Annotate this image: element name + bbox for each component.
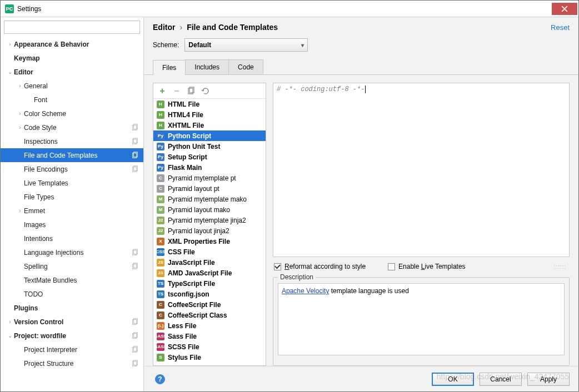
tree-item-emmet[interactable]: ›Emmet [1,204,143,218]
template-item[interactable]: CCoffeeScript Class [153,310,266,320]
template-item[interactable]: PyPython Script [153,130,266,141]
close-button[interactable] [552,3,577,15]
chevron-right-icon[interactable]: › [16,110,24,117]
ok-button[interactable]: OK [432,373,474,386]
tree-item-todo[interactable]: TODO [1,287,143,301]
tab-includes[interactable]: Includes [185,59,229,74]
tree-item-intentions[interactable]: Intentions [1,232,143,245]
template-item[interactable]: JSAMD JavaScript File [153,268,266,278]
tree-item-spelling[interactable]: Spelling [1,259,143,273]
chevron-right-icon[interactable]: › [6,41,14,47]
template-item[interactable]: HHTML File [153,99,266,109]
tree-item-label: Editor [14,68,139,76]
live-templates-checkbox[interactable]: Enable Live Templates [388,263,466,270]
chevron-right-icon[interactable]: › [16,124,24,130]
template-item[interactable]: SASSSass File [153,331,266,341]
template-item[interactable]: PyFlask Main [153,162,266,173]
tree-item-project-structure[interactable]: Project Structure [1,356,143,370]
tree-item-file-encodings[interactable]: File Encodings [1,162,143,176]
chevron-right-icon[interactable]: › [16,208,24,214]
tree-item-inspections[interactable]: Inspections [1,134,143,148]
tree-item-appearance-behavior[interactable]: ›Appearance & Behavior [1,37,143,51]
apply-button[interactable]: Apply [527,373,570,386]
breadcrumb-parent[interactable]: Editor [153,23,175,32]
scheme-select[interactable]: Default ▾ [184,38,308,52]
template-label: CoffeeScript Class [168,311,227,319]
template-item[interactable]: HXHTML File [153,120,266,130]
tree-item-keymap[interactable]: Keymap [1,51,143,65]
tree-item-version-control[interactable]: ›Version Control [1,315,143,329]
help-button[interactable]: ? [155,374,165,384]
template-item[interactable]: {L}Less File [153,320,266,331]
scope-icon [131,138,139,145]
chevron-down-icon[interactable]: ⌄ [6,333,14,339]
template-item[interactable]: MPyramid layout mako [153,204,266,215]
filetype-icon: S [157,354,164,361]
app-icon: PC [5,4,14,13]
tree-item-general[interactable]: ›General [1,79,143,93]
filetype-icon: {L} [157,322,164,330]
template-item[interactable]: J2Pyramid mytemplate jinja2 [153,215,266,225]
reformat-checkbox[interactable]: Reformat according to style [274,263,366,270]
template-editor[interactable]: # -*- coding:utf-8 -*- [273,83,570,257]
add-template-button[interactable]: + [158,87,167,96]
template-label: Pyramid mytemplate pt [168,174,236,182]
chevron-down-icon[interactable]: ⌄ [6,69,14,75]
tree-item-images[interactable]: Images [1,218,143,232]
template-item[interactable]: J2Pyramid layout jinja2 [153,225,266,236]
tree-item-plugins[interactable]: Plugins [1,301,143,315]
tree-item-file-and-code-templates[interactable]: File and Code Templates [1,148,143,162]
cancel-button[interactable]: Cancel [480,373,522,386]
search-input[interactable] [4,21,140,34]
tab-code[interactable]: Code [228,59,263,74]
template-label: TypeScript File [168,280,215,288]
tree-item-color-scheme[interactable]: ›Color Scheme [1,107,143,120]
filetype-icon: M [157,206,164,214]
tree-item-live-templates[interactable]: Live Templates [1,176,143,190]
tree-item-file-types[interactable]: File Types [1,190,143,204]
tree-item-project-interpreter[interactable]: Project Interpreter [1,343,143,356]
tree-item-label: TODO [24,290,139,298]
chevron-right-icon[interactable]: › [6,319,14,325]
tabs: FilesIncludesCode [144,59,578,75]
template-item[interactable]: CPyramid layout pt [153,183,266,194]
tab-files[interactable]: Files [153,60,186,75]
template-toolbar: + − [153,83,266,99]
reset-link[interactable]: Reset [551,23,570,32]
tree-item-language-injections[interactable]: Language Injections [1,245,143,259]
copy-template-button[interactable] [187,87,196,96]
resize-grip-icon[interactable]: :::::: [553,264,568,270]
tree-item-font[interactable]: Font [1,93,143,107]
revert-template-button[interactable] [201,87,210,96]
tree-item-textmate-bundles[interactable]: TextMate Bundles [1,273,143,287]
remove-template-button[interactable]: − [172,87,181,96]
template-item[interactable]: CPyramid mytemplate pt [153,173,266,183]
template-item[interactable]: SStylus File [153,352,266,363]
template-item[interactable]: TSTypeScript File [153,278,266,289]
tree-item-code-style[interactable]: ›Code Style [1,120,143,134]
template-item[interactable]: HHTML4 File [153,109,266,120]
template-item[interactable]: CSSCSS File [153,247,266,257]
template-item[interactable]: CCoffeeScript File [153,299,266,310]
template-item[interactable]: SASSSCSS File [153,341,266,352]
tree-item-editor[interactable]: ⌄Editor [1,65,143,79]
template-list[interactable]: HHTML FileHHTML4 FileHXHTML FilePyPython… [153,99,266,365]
tree-item-project-wordfile[interactable]: ⌄Project: wordfile [1,329,143,343]
template-item[interactable]: XXML Properties File [153,236,266,247]
template-item[interactable]: PyPython Unit Test [153,141,266,152]
chevron-right-icon[interactable]: › [16,83,24,89]
template-label: Sass File [168,333,197,340]
template-item[interactable]: JSJavaScript File [153,257,266,268]
tree-item-label: Keymap [14,54,139,62]
tree-item-label: Project Structure [24,360,131,368]
template-item[interactable]: TStsconfig.json [153,289,266,299]
template-label: Python Unit Test [168,143,220,150]
template-item[interactable]: MPyramid mytemplate mako [153,194,266,204]
text-cursor [365,86,366,93]
tree-item-label: Images [24,221,139,229]
apache-velocity-link[interactable]: Apache Velocity [282,287,329,295]
template-item[interactable]: PySetup Script [153,152,266,162]
description-rest: template language is used [329,287,408,295]
settings-tree[interactable]: ›Appearance & BehaviorKeymap⌄Editor›Gene… [1,37,143,391]
filetype-icon: JS [157,269,164,277]
